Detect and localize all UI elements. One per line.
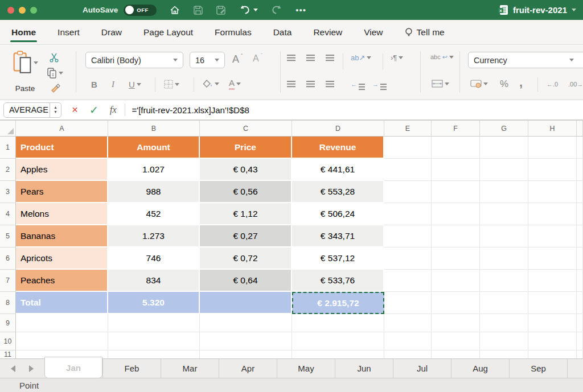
sheet-nav-forward-button[interactable] [29, 365, 34, 372]
cell-d6[interactable]: € 537,12 [292, 247, 384, 270]
zoom-window-button[interactable] [30, 7, 37, 14]
cell-g8[interactable] [480, 292, 528, 314]
cell-d2[interactable]: € 441,61 [292, 159, 384, 181]
font-name-select[interactable]: Calibri (Body) [85, 52, 183, 68]
copy-button[interactable] [47, 67, 63, 79]
row-header-6[interactable]: 6 [0, 247, 16, 270]
cell-c7[interactable]: € 0,64 [200, 270, 292, 292]
cell-f11[interactable] [432, 350, 480, 358]
number-format-select[interactable]: Currency [468, 52, 583, 68]
select-all-corner[interactable] [0, 121, 16, 137]
cell-e11[interactable] [384, 350, 432, 358]
cell-d10[interactable] [292, 332, 384, 350]
increase-decimal-button[interactable]: ←.0 [547, 81, 558, 88]
cell-a5[interactable]: Bananas [16, 225, 108, 247]
row-header-10[interactable]: 10 [0, 332, 16, 350]
column-header-a[interactable]: A [16, 121, 108, 137]
cell-a7[interactable]: Peaches [16, 270, 108, 292]
cell-d1[interactable]: Revenue [292, 137, 384, 159]
cell-i7[interactable] [577, 270, 583, 292]
sheet-tab-jun[interactable]: Jun [335, 359, 393, 378]
fill-color-button[interactable] [203, 79, 219, 88]
font-color-chevron-icon[interactable] [236, 82, 241, 85]
cell-h10[interactable] [528, 332, 577, 350]
row-header-4[interactable]: 4 [0, 203, 16, 225]
cell-e3[interactable] [384, 181, 432, 203]
sheet-tab-may[interactable]: May [277, 359, 335, 378]
cell-g10[interactable] [480, 332, 528, 350]
cell-b10[interactable] [108, 332, 200, 350]
borders-button[interactable] [164, 80, 179, 89]
column-header-b[interactable]: B [108, 121, 200, 137]
cell-i6[interactable] [577, 247, 583, 270]
cell-g5[interactable] [480, 225, 528, 247]
cell-h6[interactable] [528, 247, 577, 270]
cell-d3[interactable]: € 553,28 [292, 181, 384, 203]
tab-draw[interactable]: Draw [100, 20, 123, 44]
tab-home[interactable]: Home [10, 20, 37, 44]
cell-g7[interactable] [480, 270, 528, 292]
italic-button[interactable]: I [112, 80, 114, 89]
cell-h11[interactable] [528, 350, 577, 358]
tab-review[interactable]: Review [312, 20, 343, 44]
redo-button[interactable] [270, 5, 283, 16]
abc-wrap-chevron-icon[interactable] [449, 56, 454, 59]
cell-h9[interactable] [528, 314, 577, 332]
sheet-tab-apr[interactable]: Apr [219, 359, 277, 378]
cell-h3[interactable] [528, 181, 577, 203]
cell-i8[interactable] [577, 292, 583, 314]
cell-e5[interactable] [384, 225, 432, 247]
cell-b11[interactable] [108, 350, 200, 358]
cell-e7[interactable] [384, 270, 432, 292]
sheet-nav-back-button[interactable] [11, 365, 15, 372]
align-top-button[interactable] [287, 55, 295, 56]
decrease-font-size-button[interactable]: Aˇ [253, 53, 262, 64]
increase-indent-button[interactable]: → [372, 81, 387, 88]
column-header-h[interactable]: H [528, 121, 577, 137]
insert-function-button[interactable]: fx [110, 105, 117, 115]
undo-button[interactable] [239, 5, 258, 16]
align-left-button[interactable] [287, 81, 295, 82]
cell-f4[interactable] [432, 203, 480, 225]
cell-a8[interactable]: Total [16, 292, 108, 314]
cell-g6[interactable] [480, 247, 528, 270]
format-painter-button[interactable] [50, 83, 60, 93]
align-bottom-button[interactable] [326, 55, 334, 56]
cell-f1[interactable] [432, 137, 480, 159]
align-right-button[interactable] [326, 81, 334, 82]
cell-e2[interactable] [384, 159, 432, 181]
cell-g1[interactable] [480, 137, 528, 159]
name-box-stepper[interactable]: ▲▼ [50, 103, 61, 117]
enter-button[interactable]: ✓ [89, 104, 98, 117]
cell-c8[interactable] [200, 292, 292, 314]
cell-i11[interactable] [577, 350, 583, 358]
cell-h2[interactable] [528, 159, 577, 181]
cell-i9[interactable] [577, 314, 583, 332]
cell-b5[interactable]: 1.273 [108, 225, 200, 247]
underline-chevron-icon[interactable] [137, 83, 141, 86]
cell-d5[interactable]: € 343,71 [292, 225, 384, 247]
row-header-11[interactable]: 11 [0, 350, 16, 358]
cell-g9[interactable] [480, 314, 528, 332]
cell-h1[interactable] [528, 137, 577, 159]
cell-d11[interactable] [292, 350, 384, 358]
save-as-button[interactable] [216, 5, 226, 15]
document-title[interactable]: fruit-rev-2021 [513, 5, 567, 15]
orientation-button[interactable]: ab↗ [351, 53, 371, 62]
minimize-window-button[interactable] [19, 7, 26, 14]
cell-b4[interactable]: 452 [108, 203, 200, 225]
cell-c4[interactable]: € 1,12 [200, 203, 292, 225]
sheet-tab-mar[interactable]: Mar [161, 359, 219, 378]
tab-formulas[interactable]: Formulas [214, 20, 253, 44]
sheet-tab-feb[interactable]: Feb [102, 359, 161, 378]
sheet-tab-jul[interactable]: Jul [393, 359, 451, 378]
accounting-format-button[interactable] [470, 80, 488, 88]
column-header-f[interactable]: F [432, 121, 480, 137]
increase-font-size-button[interactable]: Aˆ [232, 53, 243, 65]
cell-f8[interactable] [432, 292, 480, 314]
cell-i4[interactable] [577, 203, 583, 225]
autosave-toggle[interactable]: OFF [124, 5, 157, 16]
row-header-8[interactable]: 8 [0, 292, 16, 314]
tab-page-layout[interactable]: Page Layout [142, 20, 194, 44]
cell-e1[interactable] [384, 137, 432, 159]
